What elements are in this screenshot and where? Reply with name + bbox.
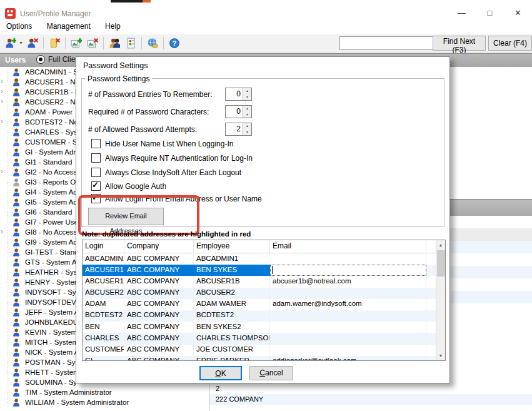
report-icon[interactable]	[123, 36, 139, 51]
checkbox-icon[interactable]	[91, 139, 101, 148]
user-label: KEVIN - System	[25, 327, 77, 337]
ok-button[interactable]: OK	[199, 366, 242, 380]
sidebar-item-tim[interactable]: TIM - System Administrator	[0, 387, 209, 397]
scrollbar-thumb[interactable]	[437, 250, 445, 277]
spin-down-icon[interactable]: ▼	[243, 129, 251, 136]
user-icon	[13, 248, 22, 257]
email-table-row[interactable]: CUSTOMERABC COMPANYJOE CUSTOMER	[83, 345, 445, 356]
email-table-row[interactable]: ABCUSER1ABC COMPANYBEN SYKES	[83, 265, 445, 276]
user-icon	[13, 308, 22, 317]
email-table-row[interactable]: BCDTEST2ABC COMPANYBCDTEST2	[83, 310, 445, 322]
add-user-icon[interactable]	[3, 36, 19, 51]
spin-up-icon[interactable]: ▲	[243, 123, 251, 129]
spinner-value[interactable]: 0	[226, 88, 243, 100]
expand-chevron-icon[interactable]: ›	[1, 77, 7, 86]
group-title: Password Settings	[85, 74, 152, 83]
spinner-value[interactable]: 0	[226, 106, 243, 118]
user-label: CHARLES - Syst	[25, 127, 79, 137]
delete-profile-icon[interactable]	[84, 36, 101, 51]
cell-login: BEN	[83, 322, 124, 333]
email-table-row[interactable]: ADAMABC COMPANYADAM WAMERadam.wamer@indy…	[83, 299, 445, 310]
email-table-row[interactable]: CHARLESABC COMPANYCHARLES THOMPSON	[83, 333, 445, 344]
remove-card-icon[interactable]	[46, 36, 63, 51]
checkbox-always-require-nt-authenticati[interactable]: Always Require NT Authentication for Log…	[91, 153, 253, 163]
duplicate-note: Note: duplicated addresses are highlight…	[82, 230, 251, 238]
cell-company: ABC COMPANY	[124, 265, 194, 276]
user-icon	[13, 218, 22, 227]
tree-stub	[7, 192, 12, 193]
window-title: User/Profile Manager	[20, 9, 91, 18]
checkbox-label: Allow Google Auth	[105, 182, 166, 191]
checkbox-always-close-indysoft-after-ea[interactable]: Always Close IndySoft After Each Logout	[91, 168, 241, 177]
user-label: ABCUSER2 - No	[25, 97, 79, 107]
add-profile-icon[interactable]	[68, 36, 84, 51]
user-icon	[13, 228, 22, 237]
spin-down-icon[interactable]: ▼	[243, 112, 251, 118]
expand-chevron-icon[interactable]: ›	[1, 167, 7, 176]
checkbox-icon[interactable]	[91, 153, 101, 163]
user-label: CUSTOMER - St	[25, 137, 79, 147]
email-table-row[interactable]: GIABC COMPANYEDDIE PARKEReddieparker@out…	[83, 356, 445, 361]
menu-help[interactable]: Help	[99, 19, 127, 33]
email-review-table: Login Company Employee Email ABCADMIN1AB…	[82, 240, 446, 361]
add-user-dropdown-icon[interactable]: ▼	[19, 41, 23, 45]
user-group-icon[interactable]	[106, 36, 123, 51]
email-table-row[interactable]: ABCADMIN1ABC COMPANYABCADMIN1	[83, 253, 445, 265]
email-table-row[interactable]: BENABC COMPANYBEN SYKES2	[83, 322, 445, 333]
col-employee[interactable]: Employee	[194, 240, 270, 253]
cancel-button[interactable]: Cancel	[249, 366, 293, 380]
user-label: GTS - System Ad	[25, 257, 81, 267]
col-company[interactable]: Company	[124, 240, 194, 253]
email-table-row[interactable]: ABCUSER2ABC COMPANYABCUSER2	[83, 288, 445, 299]
user-icon	[13, 238, 22, 247]
sidebar-item-william[interactable]: WILLIAM - System Administrator	[0, 397, 209, 407]
find-next-button[interactable]: Find Next (F3)	[433, 36, 486, 51]
spin-down-icon[interactable]: ▼	[243, 94, 251, 101]
cell-company: ABC COMPANY	[124, 299, 194, 310]
find-input[interactable]	[339, 36, 434, 50]
email-edit-cell[interactable]	[270, 265, 426, 276]
expand-chevron-icon[interactable]: ›	[1, 97, 7, 106]
col-login[interactable]: Login	[83, 240, 124, 253]
user-label: MITCH - System	[25, 337, 78, 347]
cell-company: ABC COMPANY	[124, 276, 194, 287]
expand-chevron-icon[interactable]: ›	[1, 87, 7, 96]
checkbox-allow-google-auth[interactable]: ✓ Allow Google Auth	[91, 181, 166, 191]
help-icon[interactable]: ?	[166, 36, 183, 51]
expand-chevron-icon[interactable]: ›	[1, 227, 7, 236]
scroll-up-icon[interactable]: ▲	[436, 240, 445, 250]
spinner-input[interactable]: 2 ▲ ▼	[225, 123, 252, 136]
table-scrollbar[interactable]: ▲ ▼	[436, 240, 445, 360]
col-email[interactable]: Email	[270, 240, 426, 253]
cell-email: adam.wamer@indysoft.com	[270, 299, 426, 310]
expand-chevron-icon[interactable]: ›	[1, 117, 7, 126]
user-icon	[13, 128, 22, 137]
menu-management[interactable]: Management	[41, 19, 97, 33]
user-icon	[13, 188, 22, 197]
spinner-value[interactable]: 2	[226, 123, 243, 135]
clear-button[interactable]: Clear (F4)	[488, 36, 532, 51]
email-table-row[interactable]: ABCUSER1BABC COMPANYABCUSER1Babcuser1b@n…	[83, 276, 445, 287]
tree-stub	[7, 372, 12, 373]
checkbox-icon[interactable]	[91, 168, 101, 177]
checkbox-hide-user-name-list-when-loggi[interactable]: Hide User Name List When Logging-In	[91, 139, 233, 148]
tree-stub	[7, 322, 12, 323]
scroll-down-icon[interactable]: ▼	[436, 351, 445, 360]
user-label: WILLIAM - System Administrator	[25, 397, 129, 407]
menu-options[interactable]: Options	[0, 19, 38, 33]
user-icon	[13, 348, 22, 357]
delete-user-icon[interactable]	[24, 36, 41, 51]
checkbox-icon[interactable]: ✓	[91, 181, 101, 191]
spinner-input[interactable]: 0 ▲ ▼	[225, 88, 252, 101]
spin-up-icon[interactable]: ▲	[243, 106, 251, 112]
full-client-radio[interactable]: Full Client	[36, 55, 81, 64]
spinner-label: # of Password Entries To Remember:	[88, 90, 213, 99]
tree-stub	[7, 342, 12, 343]
spin-up-icon[interactable]: ▲	[243, 88, 251, 94]
cell-email	[270, 253, 426, 265]
globe-icon[interactable]	[144, 36, 161, 51]
tree-stub	[7, 272, 12, 273]
spinner-input[interactable]: 0 ▲ ▼	[225, 105, 252, 118]
cell-email	[270, 333, 426, 344]
text-caret	[272, 266, 273, 274]
